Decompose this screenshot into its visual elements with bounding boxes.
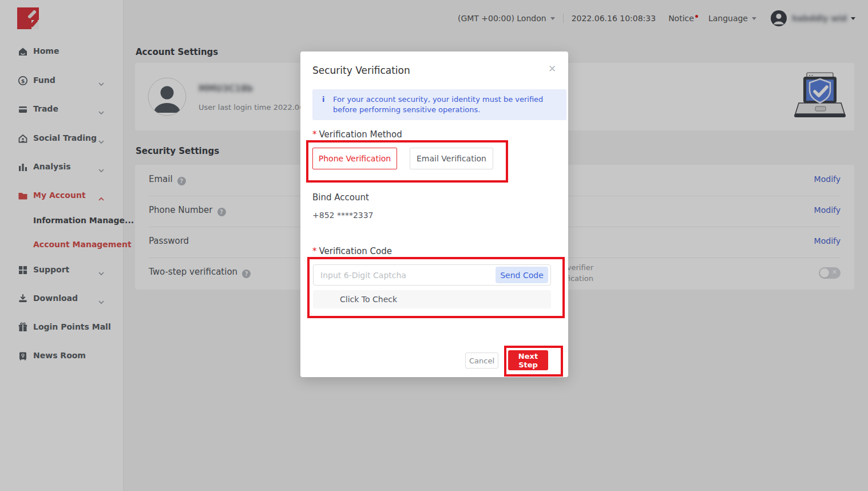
info-banner: i For your account security, your identi… — [312, 89, 566, 120]
modal-title: Security Verification — [312, 65, 410, 76]
verification-code-label: *Verification Code — [312, 246, 392, 256]
bind-account-value: +852 ****2337 — [312, 211, 374, 220]
click-to-check-captcha[interactable]: Click To Check — [313, 290, 551, 308]
close-icon[interactable]: ✕ — [548, 63, 556, 74]
info-icon: i — [322, 94, 324, 105]
phone-verification-button[interactable]: Phone Verification — [312, 148, 397, 169]
captcha-input[interactable] — [314, 265, 499, 285]
email-verification-button[interactable]: Email Verification — [410, 148, 493, 169]
app-window: Home $ Fund Trade Social Trading — [0, 0, 868, 491]
cancel-button[interactable]: Cancel — [465, 353, 498, 369]
next-step-button[interactable]: Next Step — [508, 350, 548, 370]
verification-method-label: *Verification Method — [312, 129, 402, 140]
security-verification-modal: Security Verification ✕ i For your accou… — [300, 52, 568, 377]
captcha-input-wrap: Send Code — [313, 264, 551, 286]
send-code-button[interactable]: Send Code — [496, 267, 548, 283]
bind-account-label: Bind Account — [312, 192, 369, 203]
